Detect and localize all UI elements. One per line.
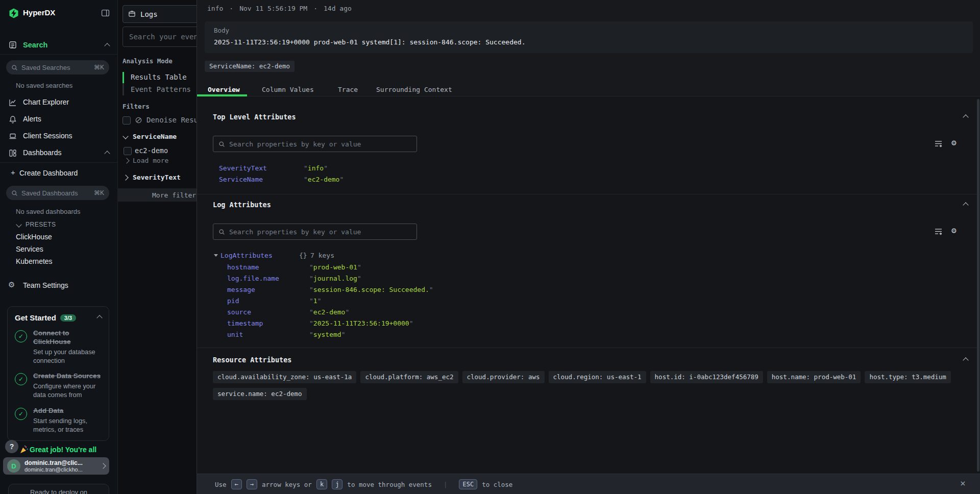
chevron-down-icon[interactable] [16,221,21,227]
attr-value[interactable]: info [304,164,328,172]
check-circle-icon [15,373,27,385]
user-menu[interactable]: D dominic.tran@clic... dominic.tran@clic… [3,457,109,475]
gear-icon[interactable]: ⚙ [951,138,957,147]
attr-key[interactable]: ServiceName [219,176,263,183]
denoise-checkbox[interactable] [122,116,131,125]
preset-clickhouse[interactable]: ClickHouse [16,233,52,241]
preset-services[interactable]: Services [16,245,43,253]
no-saved-dashboards-text: No saved dashboards [16,208,80,215]
mode-results-table[interactable]: Results Table [131,73,187,81]
attr-value[interactable]: 1 [309,297,321,305]
sidebar-item-dashboards[interactable]: Dashboards [23,149,62,157]
resource-chip[interactable]: host.id: i-0abc123def456789 [650,371,763,383]
sidebar-item-chart-explorer[interactable]: Chart Explorer [23,98,69,106]
resource-chip[interactable]: cloud.platform: aws_ec2 [360,371,458,383]
chevron-right-icon[interactable] [124,158,129,163]
facet-option-checkbox[interactable] [124,147,132,155]
presets-label[interactable]: PRESETS [26,221,56,228]
tab-overview[interactable]: Overview [208,86,240,93]
properties-search-input[interactable]: Search properties by key or value [213,224,417,240]
get-started-item[interactable]: Connect to ClickHouse Set up your databa… [15,329,102,365]
get-started-badge: 3/3 [60,314,76,322]
gear-icon[interactable]: ⚙ [951,226,957,235]
saved-dashboards-placeholder: Saved Dashboards [21,189,78,197]
line-wrap-icon[interactable] [934,227,943,236]
dashboards-grid-icon [9,149,17,157]
brand-title: HyperDX [23,8,55,17]
resource-chip[interactable]: cloud.region: us-east-1 [549,371,646,383]
attr-value[interactable]: session-846.scope: Succeeded. [309,286,433,293]
active-tab-underline [197,94,247,96]
attr-key[interactable]: pid [227,297,239,305]
search-icon [11,64,18,71]
saved-dashboards-input[interactable]: Saved Dashboards ⌘K [6,186,109,200]
attr-value[interactable]: systemd [309,331,345,338]
sidebar: HyperDX Search Saved Searches ⌘K No save… [0,0,118,494]
line-wrap-icon[interactable] [934,139,943,148]
chevron-up-icon[interactable] [96,315,102,320]
tab-trace[interactable]: Trace [338,86,358,93]
attr-key[interactable]: SeverityText [219,164,267,172]
get-started-item-desc: Configure where your data comes from [33,382,102,400]
facet-severitytext[interactable]: SeverityText [133,174,181,181]
tab-column-values[interactable]: Column Values [262,86,314,93]
shortcut-hint: ⌘K [94,64,104,71]
load-more-button[interactable]: Load more [133,157,168,164]
facet-option-ec2-demo[interactable]: ec2-demo [135,146,168,155]
hint-arrow-keys: arrow keys or [262,481,312,488]
get-started-item-title: Connect to ClickHouse [33,329,102,347]
sidebar-item-search[interactable]: Search [23,41,47,49]
resource-chip[interactable]: service.name: ec2-demo [213,388,307,400]
help-button[interactable]: ? [5,440,18,453]
tab-surrounding-context[interactable]: Surrounding Context [376,86,452,93]
get-started-item-title: Create Data Sources [33,372,102,381]
get-started-card: Get Started 3/3 Connect to ClickHouse Se… [7,306,109,441]
resource-chip[interactable]: host.name: prod-web-01 [767,371,861,383]
get-started-item[interactable]: Add Data Start sending logs, metrics, or… [15,407,102,434]
chevron-down-icon[interactable] [122,133,128,139]
body-text[interactable]: 2025-11-11T23:56:19+0000 prod-web-01 sys… [205,34,973,46]
attr-key[interactable]: hostname [227,263,259,271]
resource-chip[interactable]: cloud.availability_zone: us-east-1a [213,371,356,383]
facet-servicename[interactable]: ServiceName [133,133,177,140]
party-popper-icon [19,445,29,454]
preset-kubernetes[interactable]: Kubernetes [16,257,53,265]
sidebar-item-alerts[interactable]: Alerts [23,115,41,123]
resource-chip[interactable]: cloud.provider: aws [462,371,545,383]
mode-rail-active [122,72,124,83]
sidebar-item-team-settings[interactable]: Team Settings [23,281,68,289]
scrollbar[interactable] [977,99,979,472]
attr-value[interactable]: journal.log [309,275,361,282]
key-k: k [316,479,327,489]
hint-use: Use [215,481,227,488]
get-started-item[interactable]: Create Data Sources Configure where your… [15,372,102,399]
close-icon[interactable]: × [960,479,966,488]
user-email: dominic.tran@clickho... [24,466,83,473]
chevron-right-icon[interactable] [122,175,128,180]
service-name-tag[interactable]: ServiceName: ec2-demo [205,61,295,72]
attr-key[interactable]: timestamp [227,319,263,327]
mode-event-patterns[interactable]: Event Patterns [131,85,191,93]
expand-node-icon[interactable] [214,254,218,257]
search-icon [218,229,225,235]
chevron-up-icon[interactable] [104,43,110,48]
attr-key[interactable]: message [227,286,255,293]
attr-key[interactable]: unit [227,331,243,338]
collapse-sidebar-icon[interactable] [101,9,110,17]
sidebar-item-client-sessions[interactable]: Client Sessions [23,132,72,140]
hyperdx-logo-icon [9,8,19,18]
resource-chip[interactable]: host.type: t3.medium [865,371,951,383]
body-label: Body [205,21,973,34]
saved-searches-input[interactable]: Saved Searches ⌘K [6,60,109,75]
attr-value[interactable]: 2025-11-11T23:56:19+0000 [309,319,413,327]
create-dashboard-button[interactable]: Create Dashboard [19,169,78,177]
attr-value[interactable]: ec2-demo [304,176,344,183]
attr-key[interactable]: source [227,308,251,316]
attr-value[interactable]: prod-web-01 [309,263,361,271]
properties-search-input[interactable]: Search properties by key or value [213,136,417,152]
dot-separator: · [229,5,233,12]
attr-root-key[interactable]: LogAttributes [220,252,273,259]
chevron-up-icon[interactable] [104,151,110,156]
attr-value[interactable]: ec2-demo [309,308,349,316]
attr-key[interactable]: log.file.name [227,275,279,282]
